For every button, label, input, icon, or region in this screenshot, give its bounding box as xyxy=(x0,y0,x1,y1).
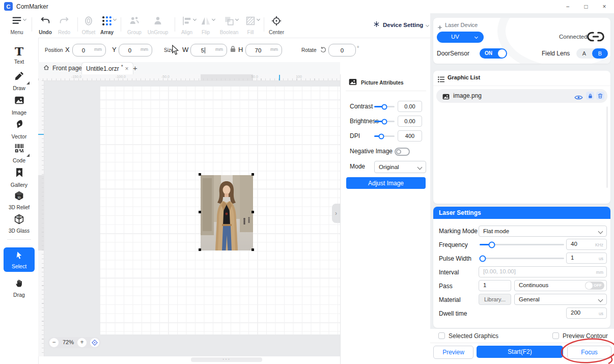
placed-image[interactable] xyxy=(201,175,253,250)
width-input[interactable]: 5 mm xyxy=(190,44,227,57)
ungroup-label: UnGroup xyxy=(148,30,169,35)
selection-handle-e[interactable] xyxy=(252,211,254,213)
zoom-in-button[interactable]: + xyxy=(77,338,87,347)
x-unit: mm xyxy=(94,47,102,52)
tab-close-icon[interactable]: × xyxy=(125,65,129,72)
delete-item-icon[interactable] xyxy=(596,92,604,100)
graphic-list-item[interactable]: image.png xyxy=(436,89,607,103)
field-lens-a-option[interactable]: A xyxy=(576,48,592,59)
y-input[interactable]: 0 mm xyxy=(119,44,152,57)
continuous-toggle[interactable]: OFF xyxy=(585,282,604,290)
dwell-time-input[interactable]: 200 us xyxy=(566,307,607,319)
new-tab-button[interactable]: + xyxy=(133,64,137,72)
zoom-control: − 72% + xyxy=(48,337,101,348)
marking-mode-select[interactable]: Flat mode xyxy=(479,226,607,237)
start-button[interactable]: Start(F2) xyxy=(477,346,563,358)
contrast-slider[interactable] xyxy=(374,106,395,107)
tool-draw[interactable]: Draw xyxy=(0,70,38,91)
frequency-input[interactable]: 40 KHz xyxy=(566,239,607,250)
pulse-width-slider[interactable] xyxy=(480,258,564,259)
front-page-tab[interactable]: Front page xyxy=(43,62,82,74)
minimize-button[interactable]: − xyxy=(562,2,573,12)
tool-text[interactable]: T Text xyxy=(0,46,38,65)
selection-handle-ne[interactable] xyxy=(252,173,254,176)
zoom-fit-button[interactable] xyxy=(90,338,99,347)
ungroup-button[interactable]: UnGroup xyxy=(147,15,169,36)
lock-item-icon[interactable] xyxy=(586,92,594,100)
horizontal-scrollbar[interactable]: ··· xyxy=(191,357,262,362)
ruler-label: -50.0 xyxy=(161,75,170,78)
preview-contour-checkbox[interactable] xyxy=(552,332,559,339)
frequency-slider[interactable] xyxy=(480,244,564,245)
fill-button[interactable]: Fill xyxy=(239,15,262,36)
rotate-label: Rotate xyxy=(301,47,316,53)
tool-select[interactable]: Select xyxy=(4,247,35,272)
device-setting-button[interactable]: Device Setting xyxy=(373,20,429,30)
panel-collapse-handle[interactable]: › xyxy=(332,204,340,223)
material-select[interactable]: General xyxy=(514,294,607,305)
tool-3d-glass[interactable]: 3D 3D Glass xyxy=(0,214,38,234)
contrast-input[interactable]: 0.00 xyxy=(398,101,422,112)
negative-image-toggle[interactable] xyxy=(395,148,410,156)
x-input[interactable]: 0 mm xyxy=(72,44,106,57)
card-divider xyxy=(433,86,610,86)
selection-handle-sw[interactable] xyxy=(199,248,201,251)
maximize-button[interactable]: □ xyxy=(580,2,592,12)
undo-label: Undo xyxy=(39,30,52,35)
draw-tool-label: Draw xyxy=(13,85,25,91)
flip-button[interactable]: Flip xyxy=(194,15,217,36)
frequency-unit: KHz xyxy=(595,242,603,247)
window-title: ComMarker xyxy=(16,3,48,10)
canvas-area[interactable]: -150.0 -100.0 -50.0 50.0 100 xyxy=(38,74,340,356)
panel-divider xyxy=(346,91,426,91)
dpi-slider[interactable] xyxy=(374,135,395,137)
rotate-icon[interactable] xyxy=(320,46,327,55)
device-type-dropdown[interactable]: UV xyxy=(437,32,484,43)
boolean-button[interactable]: Boolean xyxy=(218,15,240,36)
selection-handle-nw[interactable] xyxy=(199,173,201,176)
material-library-button[interactable]: Library... xyxy=(479,294,511,305)
pass-input[interactable]: 1 xyxy=(479,280,511,291)
visibility-eye-icon[interactable] xyxy=(574,93,583,102)
dpi-input[interactable]: 400 xyxy=(398,130,422,142)
menu-button[interactable]: Menu xyxy=(6,15,28,36)
redo-button[interactable]: Redo xyxy=(53,15,75,36)
selection-handle-w[interactable] xyxy=(199,211,201,213)
lock-ratio-icon[interactable] xyxy=(230,45,236,55)
document-tab-label: Untitle1.orzr xyxy=(86,65,119,72)
selected-graphics-checkbox[interactable] xyxy=(438,332,445,339)
tool-gallery[interactable]: Gallery xyxy=(0,167,38,188)
material-library-label: Library... xyxy=(484,296,506,302)
focus-button[interactable]: Focus xyxy=(567,346,611,359)
laser-settings-title: Laser Settings xyxy=(439,209,481,216)
close-button[interactable]: × xyxy=(599,2,610,12)
dwell-time-unit: us xyxy=(599,311,603,316)
brightness-input[interactable]: 0.00 xyxy=(398,116,422,127)
tool-drag[interactable]: Drag xyxy=(0,278,38,298)
document-tab[interactable]: Untitle1.orzr * × xyxy=(81,62,133,74)
tool-code[interactable]: Code xyxy=(0,143,38,163)
array-button[interactable]: Array xyxy=(96,15,118,36)
interval-input[interactable]: [0.00, 10.00] mm xyxy=(479,266,607,277)
tool-image[interactable]: Image xyxy=(0,95,38,116)
mode-select[interactable]: Original xyxy=(374,161,426,173)
field-lens-segmented: A B xyxy=(576,48,608,59)
preview-button[interactable]: Preview xyxy=(433,346,473,359)
tool-vector[interactable]: Vector xyxy=(0,119,38,139)
group-button[interactable]: Group xyxy=(123,15,146,36)
tool-3d-relief[interactable]: 3D 3D Relief xyxy=(0,190,38,210)
zoom-level: 72% xyxy=(60,339,76,345)
door-sensor-toggle[interactable]: ON xyxy=(480,48,507,59)
selection-handle-se[interactable] xyxy=(252,248,254,251)
field-lens-b-option[interactable]: B xyxy=(592,48,608,59)
list-scrollbar[interactable] xyxy=(606,106,608,188)
zoom-out-button[interactable]: − xyxy=(49,338,59,347)
adjust-image-button[interactable]: Adjust Image xyxy=(346,177,426,189)
pulse-width-input[interactable]: 1 us xyxy=(566,253,607,264)
center-button[interactable]: Center xyxy=(265,15,288,36)
brightness-slider[interactable] xyxy=(374,121,395,122)
rotate-input[interactable]: 0 xyxy=(328,44,356,57)
height-input[interactable]: 70 mm xyxy=(245,44,282,57)
connection-link-icon[interactable] xyxy=(587,30,605,45)
align-icon xyxy=(181,15,192,29)
